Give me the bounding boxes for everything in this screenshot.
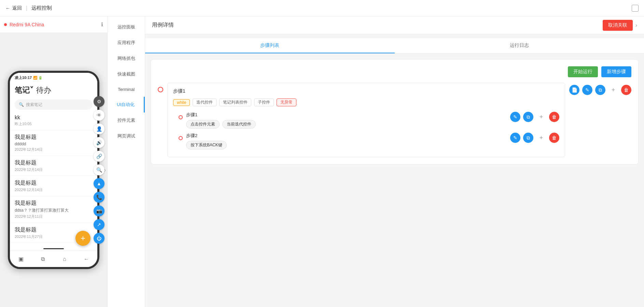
sub-step-2-dot <box>179 136 183 140</box>
step-1-edit-button[interactable]: ✎ <box>582 85 592 95</box>
sub-step-1-edit-button[interactable]: ✎ <box>510 112 520 122</box>
search-tool-button[interactable]: 🔍 <box>94 164 104 175</box>
search-bar[interactable]: 🔍 搜索笔记 <box>15 99 93 110</box>
phone-panel: Redmi 9A China ℹ 凌上10:17 📶 🔋 笔记˅ 待办 🔍 <box>0 16 108 307</box>
tag-no-exception: 无异常 <box>277 98 296 106</box>
eye-tool-button[interactable]: 👁 <box>94 110 104 121</box>
step-1-doc-button[interactable]: 📄 <box>569 85 579 95</box>
tag-while: while <box>173 99 190 106</box>
fab-add-button[interactable]: + <box>75 231 90 246</box>
list-item[interactable]: 我是标题 2022年12月14日 <box>10 176 97 196</box>
search-placeholder-text: 搜索笔记 <box>26 102 42 108</box>
scroll-indicator <box>43 248 64 249</box>
note-desc: ddddd <box>15 142 93 146</box>
list-item[interactable]: kk 昨上10:05 <box>10 111 97 130</box>
sub-step-1-add-button[interactable]: + <box>536 112 546 122</box>
nav-copy-button[interactable]: ⧉ <box>37 253 49 265</box>
sidebar-item-label: 网络抓包 <box>117 55 135 62</box>
next-arrow-icon[interactable]: › <box>635 22 637 28</box>
phone-status-bar: 凌上10:17 📶 🔋 <box>10 73 97 82</box>
up-tool-button[interactable]: ▲ <box>94 178 104 189</box>
camera-tool-button[interactable]: 📷 <box>94 205 104 216</box>
top-bar: ← 返回 | 远程控制 <box>0 0 644 16</box>
sidebar-item-label: Terminal <box>118 87 135 92</box>
sidebar-item-label: 快速截图 <box>117 71 135 77</box>
sub-step-2-tags: 按下系统BACK键 <box>186 141 507 149</box>
sub-step-2-add-button[interactable]: + <box>536 133 546 143</box>
sidebar-item-remote-panel[interactable]: 远控面板 <box>108 19 145 35</box>
window-square-icon[interactable] <box>632 5 639 12</box>
location-tool-button[interactable]: ↗ <box>94 219 104 230</box>
step-1-add-button[interactable]: + <box>608 85 618 95</box>
device-info-icon[interactable]: ℹ <box>101 21 103 28</box>
divider: | <box>26 5 27 11</box>
phone-frame-wrapper: 凌上10:17 📶 🔋 笔记˅ 待办 🔍 搜索笔记 <box>0 33 107 307</box>
list-item[interactable]: 我是标题 ddddd 2022年12月14日 <box>10 130 97 156</box>
step-1-dot <box>158 87 163 92</box>
note-desc: ddsa？？激打算打算激打算大 <box>15 208 93 213</box>
nav-back-button[interactable]: ← <box>80 253 93 265</box>
power-tool-button[interactable]: ⏻ <box>94 233 104 244</box>
tab-label: 步骤列表 <box>260 42 279 49</box>
sidebar-item-ui-automation[interactable]: UI自动化 <box>108 97 145 112</box>
sub-step-2-indicator <box>179 134 183 140</box>
tag-back-key: 按下系统BACK键 <box>186 141 227 149</box>
tag-current-iterate: 当前迭代控件 <box>222 120 256 129</box>
tag-child-widget: 子控件 <box>254 98 274 106</box>
sidebar-item-web-debug[interactable]: 网页调试 <box>108 128 145 144</box>
phone-frame: 凌上10:17 📶 🔋 笔记˅ 待办 🔍 搜索笔记 <box>8 71 99 269</box>
add-step-button[interactable]: 新增步骤 <box>601 66 631 77</box>
sidebar-item-network-capture[interactable]: 网络抓包 <box>108 51 145 66</box>
sub-step-1-copy-button[interactable]: ⧉ <box>523 112 533 122</box>
phone-nav-bar: ▣ ⧉ ⌂ ← <box>10 251 97 267</box>
sidebar-item-label: 远控面板 <box>117 24 135 30</box>
sidebar-item-terminal[interactable]: Terminal <box>108 82 145 97</box>
sidebar-item-screenshot[interactable]: 快速截图 <box>108 66 145 82</box>
user-tool-button[interactable]: 👤 <box>94 123 104 134</box>
tag-iterate-widget: 迭代控件 <box>193 98 216 106</box>
settings-tool-button[interactable]: ⚙ <box>94 96 104 107</box>
sidebar-item-label: 控件元素 <box>117 117 135 123</box>
sidebar-item-widget-elements[interactable]: 控件元素 <box>108 112 145 128</box>
step-1-container: 步骤1 while 迭代控件 笔记列表控件 子控件 无异常 <box>158 83 631 157</box>
note-date: 2022年12月14日 <box>15 147 93 152</box>
panel-collapse-arrow[interactable]: › <box>104 166 106 174</box>
sub-step-1-tags: 点击控件元素 当前迭代控件 <box>186 120 507 129</box>
step-1-label: 步骤1 <box>173 88 559 94</box>
sidebar-item-label: 应用程序 <box>117 40 135 46</box>
sub-step-2-edit-button[interactable]: ✎ <box>510 133 520 143</box>
app-subtitle: 待办 <box>36 85 51 95</box>
sub-step-1-indicator <box>179 114 183 119</box>
link-tool-button[interactable]: 🔗 <box>94 151 104 162</box>
sub-step-2-content: 步骤2 按下系统BACK键 <box>186 133 507 149</box>
status-icons: 📶 🔋 <box>33 76 42 80</box>
audio-tool-button[interactable]: 🔊 <box>94 137 104 148</box>
note-date: 2022年12月11日 <box>15 214 93 219</box>
sidebar-item-apps[interactable]: 应用程序 <box>108 35 145 51</box>
back-button[interactable]: ← 返回 <box>5 5 22 11</box>
sub-step-1-delete-button[interactable]: 🗑 <box>549 112 559 122</box>
step-1-copy-button[interactable]: ⧉ <box>595 85 605 95</box>
sub-step-1-actions: ✎ ⧉ + 🗑 <box>510 112 559 122</box>
disconnect-button[interactable]: 取消关联 <box>603 20 633 31</box>
sidebar-item-label: 网页调试 <box>117 133 135 139</box>
start-run-button[interactable]: 开始运行 <box>568 66 598 77</box>
list-item[interactable]: 我是标题 2022年12月14日 <box>10 156 97 176</box>
sub-step-2-delete-button[interactable]: 🗑 <box>549 133 559 143</box>
note-title: 我是标题 <box>15 134 93 141</box>
step-1-delete-button[interactable]: 🗑 <box>621 85 631 95</box>
tabs-bar: 步骤列表 运行日志 <box>145 38 644 54</box>
list-item[interactable]: 我是标题 ddsa？？激打算打算激打算大 2022年12月11日 <box>10 196 97 223</box>
nav-home-button[interactable]: ⌂ <box>58 253 71 265</box>
sub-step-2-actions: ✎ ⧉ + 🗑 <box>510 133 559 143</box>
phone-tool-button[interactable]: 📞 <box>94 192 104 203</box>
note-title: kk <box>15 115 93 121</box>
sub-step-2-copy-button[interactable]: ⧉ <box>523 133 533 143</box>
nav-recent-button[interactable]: ▣ <box>15 253 27 265</box>
tab-run-log[interactable]: 运行日志 <box>395 38 644 53</box>
sub-step-1-label: 步骤1 <box>186 112 507 118</box>
note-date: 2022年12月14日 <box>15 187 93 192</box>
phone-header: Redmi 9A China ℹ <box>0 16 107 33</box>
device-status-dot <box>4 23 7 26</box>
tab-step-list[interactable]: 步骤列表 <box>145 38 395 53</box>
